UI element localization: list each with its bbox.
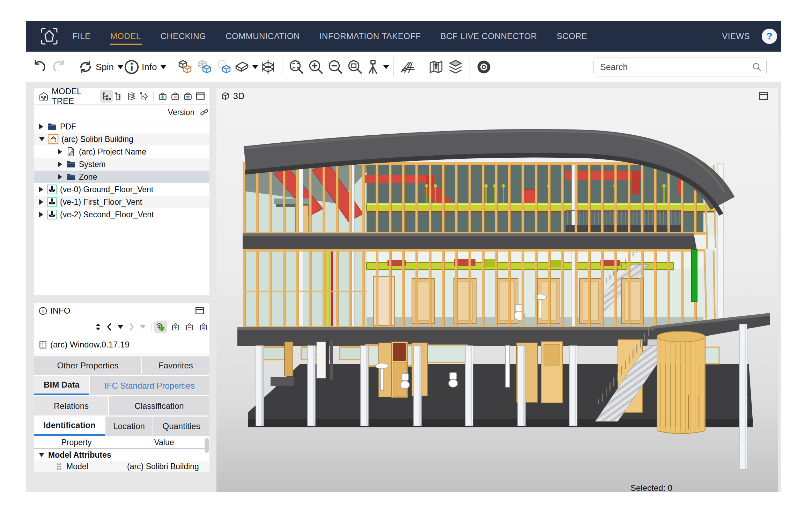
- zoom-window-button[interactable]: [345, 57, 365, 77]
- tab-ifc-standard-properties[interactable]: IFC Standard Properties: [90, 376, 209, 395]
- property-table: Property Value Model Attributes Model (a…: [34, 437, 209, 472]
- menu-communication[interactable]: COMMUNICATION: [225, 28, 301, 45]
- tabs-row-3: Relations Classification: [34, 396, 209, 416]
- expand-caret-icon[interactable]: [39, 212, 43, 217]
- tab-relations[interactable]: Relations: [34, 396, 108, 415]
- basket-set-icon[interactable]: [182, 90, 194, 103]
- expand-caret-icon[interactable]: [39, 187, 43, 192]
- toolbar-separator: [282, 57, 282, 77]
- tree-row-first-floor-vent[interactable]: (ve-1) First_Floor_Vent: [34, 196, 209, 208]
- tab-favorites[interactable]: Favorites: [142, 356, 209, 375]
- menubar-right: VIEWS: [722, 29, 781, 44]
- building-ground-floor: [248, 324, 753, 469]
- tree-row-zone[interactable]: Zone: [34, 171, 209, 183]
- map-button[interactable]: [426, 57, 446, 77]
- tree-row-system[interactable]: System: [34, 158, 209, 171]
- tab-location[interactable]: Location: [105, 417, 153, 436]
- menu-views[interactable]: VIEWS: [722, 31, 750, 41]
- section-slab-button[interactable]: [234, 57, 258, 77]
- spin-button[interactable]: Spin: [77, 57, 124, 77]
- basket-remove-icon[interactable]: [169, 90, 182, 103]
- menu-score[interactable]: SCORE: [556, 28, 588, 45]
- tree-view-locate-icon[interactable]: [138, 90, 150, 103]
- menu-information-takeoff[interactable]: INFORMATION TAKEOFF: [319, 28, 422, 45]
- value-column-header[interactable]: Value: [119, 437, 209, 448]
- expand-caret-icon[interactable]: [39, 124, 43, 129]
- floor-plan-button[interactable]: [398, 57, 418, 77]
- search-input[interactable]: [593, 58, 767, 76]
- selected-window-highlight[interactable]: [692, 249, 697, 302]
- menu-checking[interactable]: CHECKING: [160, 28, 207, 45]
- basket-set-icon[interactable]: [198, 321, 209, 333]
- tree-view-flat-icon[interactable]: [113, 90, 125, 103]
- basket-add-icon[interactable]: [170, 321, 181, 333]
- next-icon-disabled[interactable]: [126, 321, 137, 333]
- menu-model[interactable]: MODEL: [110, 28, 142, 45]
- header-separator: [151, 322, 152, 332]
- tab-identification[interactable]: Identification: [34, 417, 105, 436]
- tree-row-project-name[interactable]: (arc) Project Name: [34, 145, 209, 158]
- sort-updown-icon[interactable]: [93, 321, 103, 333]
- property-column-header[interactable]: Property: [34, 437, 119, 448]
- walk-camera-button[interactable]: [365, 57, 389, 77]
- info-panel: INFO: [34, 303, 209, 472]
- isolate-selection-button[interactable]: [214, 57, 234, 77]
- zoom-in-button[interactable]: [306, 57, 326, 77]
- basket-add-icon[interactable]: [156, 90, 169, 103]
- tree-row-pdf[interactable]: PDF: [34, 120, 209, 133]
- tree-row-solibri-building[interactable]: (arc) Solibri Building: [34, 133, 209, 145]
- tab-other-properties[interactable]: Other Properties: [34, 356, 141, 375]
- column-divider: [119, 437, 119, 448]
- expand-caret-icon[interactable]: [58, 162, 62, 167]
- scrollbar-thumb[interactable]: [205, 438, 209, 453]
- layers-button[interactable]: [446, 57, 465, 77]
- expand-down-icon[interactable]: [115, 321, 126, 333]
- redo-button[interactable]: [49, 57, 69, 77]
- version-column-label[interactable]: Version: [167, 105, 195, 120]
- expand-caret-icon[interactable]: [58, 174, 62, 180]
- header-separator: [153, 91, 154, 102]
- hide-other-models-button[interactable]: [195, 57, 214, 77]
- expand-caret-icon[interactable]: [39, 199, 43, 205]
- previous-icon[interactable]: [104, 321, 115, 333]
- panel-layout-icon[interactable]: [193, 305, 206, 317]
- tab-classification[interactable]: Classification: [109, 396, 209, 415]
- collapse-caret-icon[interactable]: [39, 453, 44, 457]
- info-mode-button[interactable]: Info: [124, 57, 167, 77]
- link-icon[interactable]: [200, 108, 209, 117]
- view3d-panel[interactable]: 3D: [216, 88, 778, 492]
- menu-bcf-live-connector[interactable]: BCF LIVE CONNECTOR: [440, 28, 538, 45]
- toolbar-separator: [422, 57, 422, 77]
- property-cell: Model: [66, 462, 119, 471]
- menu-file[interactable]: FILE: [72, 28, 91, 45]
- tab-quantities[interactable]: Quantities: [153, 417, 209, 436]
- zoom-out-button[interactable]: [326, 57, 345, 77]
- tree-row-second-floor-vent[interactable]: (ve-2) Second_Floor_Vent: [34, 208, 209, 221]
- section-box-button[interactable]: [258, 57, 278, 77]
- settings-button[interactable]: [474, 57, 494, 77]
- top-menubar: FILE MODEL CHECKING COMMUNICATION INFORM…: [26, 21, 781, 52]
- building-model[interactable]: [216, 88, 778, 492]
- zoom-fit-button[interactable]: [287, 57, 306, 77]
- drag-handle-icon[interactable]: [57, 463, 61, 470]
- undo-button[interactable]: [30, 57, 49, 77]
- show-all-models-button[interactable]: [175, 57, 195, 77]
- pick-object-icon[interactable]: [154, 321, 167, 333]
- info-title: INFO: [50, 306, 70, 316]
- table-row-model[interactable]: Model (arc) Solibri Building: [34, 461, 209, 472]
- expand-caret-icon[interactable]: [58, 149, 62, 155]
- expand-down-icon-disabled[interactable]: [138, 321, 148, 333]
- help-icon[interactable]: [762, 29, 777, 44]
- tree-row-ground-floor-vent[interactable]: (ve-0) Ground_Floor_Vent: [34, 183, 209, 196]
- group-row-model-attributes[interactable]: Model Attributes: [34, 449, 209, 461]
- toolbar-separator: [393, 57, 394, 77]
- tabs-row-1: Other Properties Favorites: [34, 356, 209, 376]
- selected-count-status: Selected: 0: [630, 483, 672, 492]
- panel-layout-icon[interactable]: [194, 90, 207, 103]
- tab-bim-data[interactable]: BIM Data: [34, 376, 89, 395]
- column-divider: [196, 105, 196, 120]
- collapse-caret-icon[interactable]: [39, 137, 45, 141]
- tree-view-hierarchy-icon[interactable]: [100, 90, 113, 103]
- basket-remove-icon[interactable]: [184, 321, 195, 333]
- tree-view-layers-icon[interactable]: [125, 90, 138, 103]
